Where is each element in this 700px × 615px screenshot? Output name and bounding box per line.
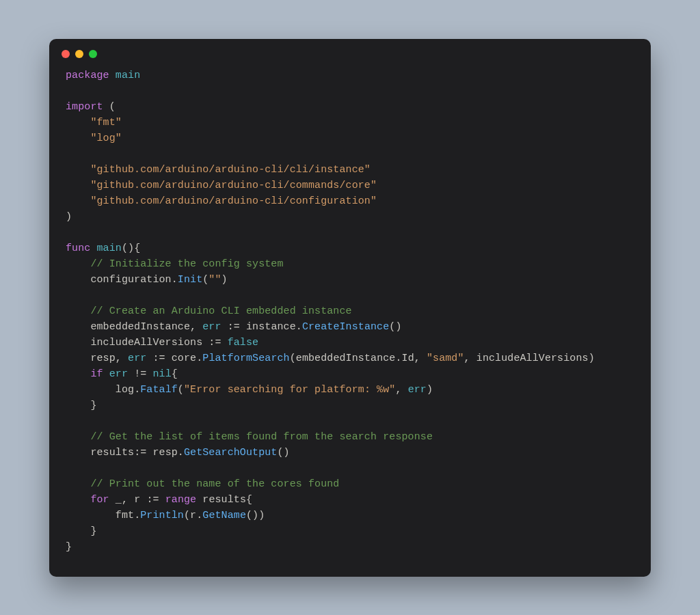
paren-close: )	[128, 243, 134, 254]
paren-open: (	[202, 274, 208, 286]
ident-includeAllVersions: includeAllVersions	[476, 353, 589, 364]
brace-close: }	[90, 525, 96, 537]
paren-close: )	[395, 321, 401, 333]
paren-close: )	[221, 274, 228, 286]
ident-r: r	[190, 510, 196, 521]
ident-underscore: _	[116, 494, 122, 506]
ident-err: err	[128, 353, 146, 364]
dot: .	[134, 384, 140, 396]
comma: ,	[464, 353, 470, 364]
paren-open: (	[277, 447, 283, 459]
comment-create: // Create an Arduino CLI embedded instan…	[90, 305, 351, 317]
obj-log: log	[116, 384, 134, 396]
dot: .	[395, 353, 401, 364]
paren-close: )	[252, 510, 258, 521]
comma: ,	[122, 494, 128, 506]
prop-id: Id	[402, 353, 414, 364]
ident-err: err	[202, 321, 221, 333]
keyword-if: if	[90, 368, 103, 380]
obj-configuration: configuration	[90, 274, 171, 286]
obj-core: core	[172, 353, 196, 364]
fn-createinstance: CreateInstance	[302, 321, 389, 333]
dot: .	[196, 353, 202, 364]
ident-resp: resp	[90, 353, 115, 364]
dot: .	[296, 321, 302, 333]
func-name-main: main	[97, 243, 122, 254]
assign: :=	[208, 337, 221, 348]
assign: :=	[228, 321, 240, 333]
canvas-background: package main import ( "fmt" "log" "githu…	[0, 0, 700, 615]
keyword-range: range	[165, 494, 197, 506]
fn-getname: GetName	[202, 510, 246, 521]
keyword-package: package	[66, 70, 109, 81]
fn-getsearchoutput: GetSearchOutput	[184, 447, 278, 459]
minimize-icon[interactable]	[75, 50, 83, 58]
ident-nil: nil	[152, 368, 171, 380]
paren-close: )	[258, 510, 265, 521]
fn-platformsearch: PlatformSearch	[202, 353, 289, 364]
brace-open: {	[246, 494, 252, 506]
comment-getlist: // Get the list of items found from the …	[90, 431, 433, 443]
neq: !=	[134, 368, 146, 380]
ident-embeddedInstance: embeddedInstance	[90, 321, 190, 333]
paren-open: (	[109, 101, 116, 113]
window-titlebar	[49, 39, 651, 62]
comment-print: // Print out the name of the cores found	[90, 478, 339, 490]
assign: :=	[146, 494, 159, 506]
brace-close: }	[66, 541, 72, 553]
ident-includeAllVersions: includeAllVersions	[90, 337, 202, 348]
ident-err: err	[109, 368, 128, 380]
dot: .	[172, 274, 178, 286]
string-samd: "samd"	[427, 353, 464, 364]
code-block: package main import ( "fmt" "log" "githu…	[49, 62, 651, 560]
comment-init: // Initialize the config system	[90, 258, 283, 270]
ident-err: err	[408, 384, 427, 396]
brace-open: {	[134, 243, 140, 254]
string-errfmt: "Error searching for platform: %w"	[184, 384, 395, 396]
fn-init: Init	[178, 274, 202, 286]
import-log: "log"	[90, 133, 122, 144]
zoom-icon[interactable]	[89, 50, 97, 58]
ident-main: main	[116, 70, 140, 81]
keyword-for: for	[90, 494, 109, 506]
import-instance: "github.com/arduino/arduino-cli/cli/inst…	[90, 164, 371, 176]
paren-open: (	[184, 510, 190, 521]
keyword-func: func	[66, 243, 90, 254]
obj-instance: instance	[246, 321, 296, 333]
dot: .	[134, 510, 140, 521]
comma: ,	[116, 353, 122, 364]
brace-open: {	[172, 368, 178, 380]
paren-close: )	[427, 384, 433, 396]
comma: ,	[190, 321, 196, 333]
keyword-import: import	[66, 101, 103, 113]
paren-close: )	[284, 447, 290, 459]
import-core: "github.com/arduino/arduino-cli/commands…	[90, 180, 377, 191]
dot: .	[178, 447, 184, 459]
ident-r: r	[134, 494, 140, 506]
paren-open: (	[122, 243, 128, 254]
obj-fmt: fmt	[116, 510, 134, 521]
paren-close: )	[66, 211, 72, 223]
import-configuration: "github.com/arduino/arduino-cli/configur…	[90, 195, 377, 207]
import-fmt: "fmt"	[90, 117, 122, 128]
ident-results: results	[202, 494, 246, 506]
code-window: package main import ( "fmt" "log" "githu…	[49, 39, 651, 577]
fn-println: Println	[140, 510, 184, 521]
ident-false: false	[228, 337, 259, 348]
paren-open: (	[246, 510, 252, 521]
comma: ,	[414, 353, 420, 364]
ident-embeddedInstance: embeddedInstance	[296, 353, 396, 364]
string-empty: ""	[208, 274, 221, 286]
paren-close: )	[589, 353, 595, 364]
fn-fatalf: Fatalf	[140, 384, 178, 396]
assign: :=	[134, 447, 146, 459]
comma: ,	[395, 384, 401, 396]
ident-resp: resp	[152, 447, 177, 459]
ident-results: results	[90, 447, 134, 459]
dot: .	[196, 510, 202, 521]
close-icon[interactable]	[62, 50, 70, 58]
assign: :=	[152, 353, 165, 364]
brace-close: }	[90, 400, 96, 411]
paren-open: (	[178, 384, 184, 396]
paren-open: (	[290, 353, 296, 364]
